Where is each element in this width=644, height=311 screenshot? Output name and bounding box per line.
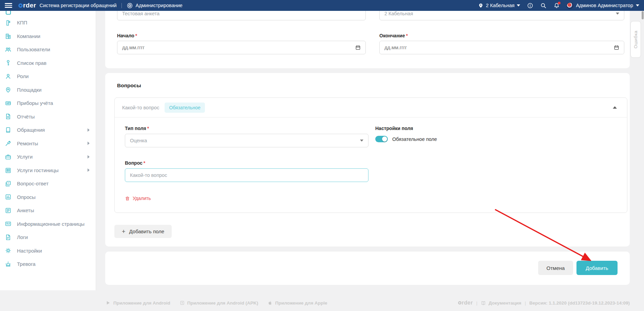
apk-download-icon — [180, 300, 185, 305]
scrollbar-thumb[interactable] — [642, 11, 644, 19]
google-play-icon — [106, 300, 111, 305]
required-field-toggle[interactable] — [375, 136, 388, 142]
clipped-item-icon — [5, 11, 12, 15]
footer-brand-logo: rder — [458, 300, 473, 306]
trash-icon — [125, 196, 130, 201]
sidebar-item-reports[interactable]: Отчёты — [0, 110, 96, 124]
cancel-button[interactable]: Отмена — [538, 261, 573, 275]
submit-button[interactable]: Добавить — [576, 261, 618, 275]
meters-icon — [5, 100, 12, 107]
calendar-icon[interactable] — [614, 45, 619, 50]
location-pin-icon — [478, 3, 484, 8]
apple-app-link[interactable]: Приложение для Apple — [268, 300, 327, 306]
sidebar-item-permissions[interactable]: Список прав — [0, 56, 96, 70]
field-type-label: Тип поля* — [125, 126, 149, 131]
repairs-icon — [5, 140, 12, 147]
sidebar-item-users[interactable]: Пользователи — [0, 43, 96, 56]
sites-icon — [5, 86, 12, 93]
error-feedback-tab[interactable]: Ошибка — [630, 21, 641, 58]
sidebar-item-hotel-services[interactable]: Услуги гостиницы — [0, 164, 96, 177]
sidebar-item-polls[interactable]: Опросы — [0, 190, 96, 204]
users-icon — [5, 46, 12, 53]
info-pages-icon — [5, 220, 12, 227]
question-text-field-wrap — [125, 168, 368, 182]
administration-gear-icon — [127, 2, 133, 9]
sidebar-item-requests[interactable]: Обращения — [0, 123, 96, 137]
menu-icon[interactable] — [5, 3, 12, 8]
search-icon[interactable] — [540, 2, 547, 9]
question-panel-body: Тип поля* Оценка Настройки поля Обязател… — [115, 117, 627, 213]
required-mark: * — [135, 33, 137, 38]
polls-icon — [5, 194, 12, 200]
android-app-link[interactable]: Приложение для Android — [106, 300, 170, 306]
delete-question-button[interactable]: Удалить — [125, 196, 151, 201]
sidebar-item-faq[interactable]: ? Вопрос-ответ — [0, 177, 96, 190]
notifications-button[interactable] — [553, 2, 560, 9]
survey-header-card: 2 Кабельная Начало* Окончание* — [105, 5, 630, 68]
android-apk-link[interactable]: Приложение для Android (APK) — [180, 300, 258, 306]
location-select[interactable]: 2 Кабельная — [478, 3, 520, 8]
questionnaires-icon — [5, 207, 12, 214]
separator: | — [476, 300, 478, 306]
required-mark: * — [147, 126, 149, 131]
chevron-right-icon — [88, 142, 90, 145]
sidebar-item-sites[interactable]: Площадки — [0, 83, 96, 97]
section-administration[interactable]: Администрирование — [127, 2, 183, 9]
roles-icon — [5, 73, 12, 80]
chevron-down-icon — [517, 4, 520, 6]
top-bar: rder Система регистрации обращений Админ… — [0, 0, 644, 11]
companies-icon — [5, 33, 12, 39]
footer: Приложение для Android Приложение для An… — [106, 296, 630, 310]
questions-section-title: Вопросы — [117, 83, 141, 89]
required-mark: * — [144, 160, 145, 166]
version-text: Версия: 1.1.2020 (dd13723d-19.12.2023-14… — [529, 300, 630, 306]
sidebar-item-settings[interactable]: Настройки — [0, 244, 96, 258]
svg-text:?: ? — [8, 182, 10, 185]
documentation-link[interactable]: Документация — [481, 300, 521, 306]
required-mark: * — [406, 33, 408, 38]
brand-logo[interactable]: rder — [18, 2, 36, 9]
sidebar-item-kpp[interactable]: КПП — [0, 16, 96, 30]
sidebar-item-alarm[interactable]: Тревога — [0, 257, 96, 271]
start-date-input[interactable] — [122, 45, 352, 50]
question-panel-header[interactable]: Какой-то вопрос Обязательное — [115, 98, 627, 117]
permissions-icon — [5, 59, 12, 66]
end-date-input[interactable] — [384, 45, 610, 50]
sidebar-item-questionnaires[interactable]: Анкеты — [0, 204, 96, 217]
required-field-toggle-label: Обязательное поле — [392, 136, 437, 142]
add-field-button[interactable]: + Добавить поле — [114, 225, 172, 238]
field-type-select[interactable]: Оценка — [125, 134, 368, 147]
sidebar-item-info-pages[interactable]: Информационные страницы — [0, 217, 96, 231]
plus-icon: + — [122, 228, 126, 235]
book-icon — [481, 300, 486, 306]
collapse-icon[interactable] — [613, 106, 617, 109]
sidebar-item-meters[interactable]: Приборы учёта — [0, 96, 96, 110]
chevron-down-icon — [360, 140, 363, 142]
sidebar-item-roles[interactable]: Роли — [0, 70, 96, 83]
question-text-label: Вопрос* — [125, 160, 145, 166]
sidebar-item-repairs[interactable]: Ремонты — [0, 137, 96, 150]
sidebar-item-companies[interactable]: Компании — [0, 30, 96, 43]
chevron-right-icon — [88, 128, 90, 132]
page: { "ui": { "required_mark": "*", "pipe": … — [0, 0, 644, 311]
chevron-down-icon — [636, 4, 639, 6]
sidebar-item-services[interactable]: Услуги — [0, 150, 96, 164]
requests-icon — [5, 127, 12, 133]
required-badge: Обязательное — [165, 103, 205, 113]
user-menu[interactable]: Админов Администратор — [567, 2, 639, 9]
calendar-icon[interactable] — [355, 45, 361, 50]
footer-brand-o-icon — [458, 301, 461, 305]
logs-icon — [5, 234, 12, 241]
end-date-field-wrap — [379, 41, 624, 54]
required-field-toggle-row: Обязательное поле — [375, 136, 437, 142]
info-icon[interactable] — [527, 2, 533, 9]
question-text-input[interactable] — [125, 169, 368, 182]
header-divider — [121, 3, 122, 8]
actions-card: Отмена Добавить — [105, 252, 630, 285]
toggle-knob — [382, 136, 387, 142]
sidebar-item-clipped[interactable] — [0, 11, 96, 16]
settings-icon — [5, 247, 12, 254]
sidebar-item-logs[interactable]: Логи — [0, 231, 96, 244]
alarm-icon — [5, 261, 12, 268]
reports-icon — [5, 113, 12, 120]
